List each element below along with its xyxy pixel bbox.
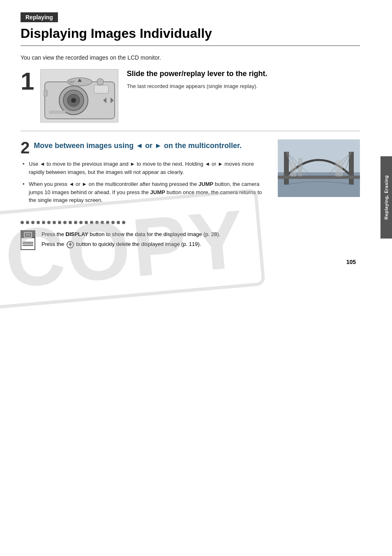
step2-bullet1: Use ◄ to move to the previous image and …: [23, 160, 270, 176]
step2-jump2: JUMP: [150, 189, 165, 195]
main-content: Replaying Displaying Images Individually…: [0, 0, 380, 278]
intro-text: You can view the recorded images on the …: [21, 54, 360, 61]
step1-number: 1: [21, 69, 34, 94]
note-icon-inner: [21, 231, 35, 249]
svg-rect-25: [290, 162, 296, 176]
svg-rect-7: [44, 90, 47, 96]
svg-point-4: [71, 98, 76, 103]
note-line-2: [23, 243, 33, 244]
note-line-3: [23, 245, 33, 246]
note-icon-lines: [21, 238, 35, 249]
svg-rect-26: [298, 158, 302, 176]
note1: Press the DISPLAY button to show the dat…: [42, 230, 360, 239]
note1-bold: DISPLAY: [66, 231, 88, 237]
svg-rect-28: [24, 232, 32, 237]
step2-photo: [278, 139, 360, 197]
trash-icon: [67, 241, 74, 248]
step2-heading: Move between images using ◄ or ► on the …: [34, 139, 242, 151]
page-number: 105: [21, 259, 360, 265]
header-badge: Replaying: [21, 12, 58, 22]
step1-heading: Slide the power/replay lever to the righ…: [127, 69, 360, 79]
svg-text:M P: M P: [69, 81, 75, 83]
bottom-note: Press the DISPLAY button to show the dat…: [21, 230, 360, 250]
note2-part1: Press the: [42, 241, 66, 247]
page-container: Replaying, Erasing Replaying Displaying …: [0, 0, 392, 556]
note-icon: [21, 230, 35, 250]
note2: Press the button to quickly delete the d…: [42, 240, 360, 248]
note1-part2: button to show the data for the displaye…: [88, 231, 221, 237]
note-icon-top: [21, 231, 35, 239]
step1-image: M P: [40, 69, 118, 123]
note-line-1: [23, 242, 33, 243]
svg-point-10: [97, 79, 104, 85]
note2-part2: button to quickly delete the displayed i…: [75, 241, 201, 247]
step2-bullet1-text: Use ◄ to move to the previous image and …: [29, 161, 254, 175]
svg-rect-27: [335, 160, 343, 176]
note1-part1: Press the: [42, 231, 66, 237]
step2-container: 2 Move between images using ◄ or ► on th…: [21, 139, 360, 208]
dots-separator: [21, 221, 360, 224]
sidebar-label: Replaying, Erasing: [384, 175, 389, 220]
page-title: Displaying Images Individually: [21, 25, 360, 46]
step2-header: 2 Move between images using ◄ or ► on th…: [21, 139, 270, 156]
sidebar-tab: Replaying, Erasing: [380, 156, 392, 239]
step2-jump1: JUMP: [198, 181, 213, 187]
step1-container: 1: [21, 69, 360, 131]
step2-bullets: Use ◄ to move to the previous image and …: [21, 160, 270, 204]
step1-desc: The last recorded image appears (single …: [127, 82, 360, 90]
step2-number: 2: [21, 139, 30, 156]
svg-rect-13: [49, 111, 65, 114]
step2-bullet2: When you press ◄ or ► on the multicontro…: [23, 180, 270, 204]
step2-bullet2-part1: When you press ◄ or ► on the multicontro…: [29, 181, 198, 187]
note-content: Press the DISPLAY button to show the dat…: [42, 230, 360, 250]
step2-left: 2 Move between images using ◄ or ► on th…: [21, 139, 278, 208]
svg-rect-5: [94, 85, 108, 93]
step1-content: Slide the power/replay lever to the righ…: [127, 69, 360, 90]
